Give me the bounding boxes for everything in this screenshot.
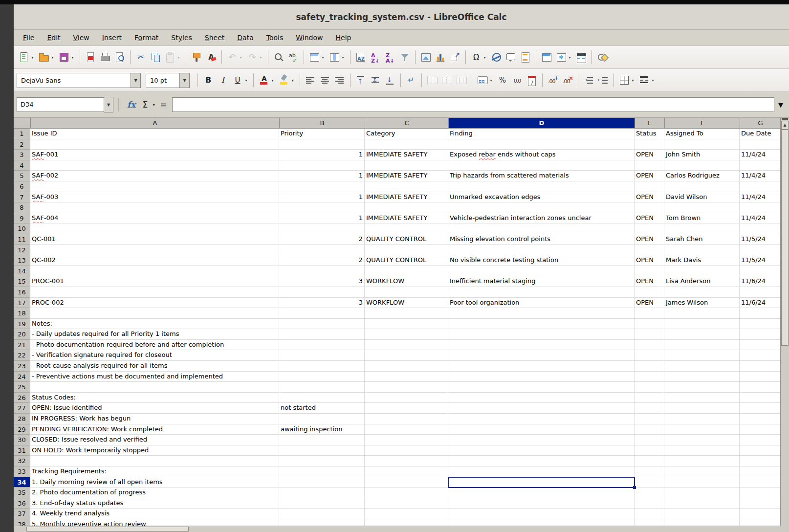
cell-A32[interactable] — [30, 456, 279, 466]
cell-F13[interactable]: Mark Davis — [664, 255, 740, 266]
insert-comment-button[interactable] — [504, 49, 518, 66]
cell-E20[interactable] — [635, 329, 664, 340]
cell-E13[interactable]: OPEN — [635, 255, 664, 266]
cell-E21[interactable] — [635, 340, 664, 351]
cell-E3[interactable]: OPEN — [635, 150, 664, 160]
cell-G6[interactable] — [740, 181, 781, 192]
cell-A37[interactable]: 4. Weekly trend analysis — [30, 509, 279, 519]
cell-C34[interactable] — [365, 477, 448, 488]
cell-B12[interactable] — [279, 245, 365, 256]
vertical-scrollbar[interactable]: ▲ — [780, 118, 789, 532]
cell-G29[interactable] — [740, 424, 781, 435]
cell-E8[interactable] — [635, 202, 664, 213]
cell-A36[interactable]: 3. End-of-day status updates — [30, 498, 279, 509]
cell-A8[interactable] — [30, 202, 279, 213]
add-decimal-place-button[interactable] — [546, 72, 560, 89]
new-document-dropdown[interactable] — [30, 55, 35, 60]
cell-B16[interactable] — [279, 287, 365, 298]
row-header-34[interactable]: 34 — [14, 477, 30, 488]
row-header-20[interactable]: 20 — [14, 329, 30, 340]
formula-input[interactable] — [172, 97, 774, 112]
cell-D35[interactable] — [448, 488, 635, 498]
save-dropdown[interactable] — [70, 55, 75, 60]
clone-formatting-button[interactable] — [189, 49, 204, 66]
cell-A16[interactable] — [30, 287, 279, 298]
copy-button[interactable] — [148, 49, 163, 66]
cell-E22[interactable] — [635, 350, 664, 361]
cell-G31[interactable] — [740, 445, 781, 456]
cell-F5[interactable]: Carlos Rodriguez — [664, 171, 740, 181]
cell-G17[interactable]: 11/6/24 — [740, 298, 781, 309]
cell-A24[interactable]: - Preventive actions must be documented … — [30, 372, 279, 382]
cell-F11[interactable]: Sarah Chen — [664, 234, 740, 245]
cell-F8[interactable] — [664, 202, 740, 213]
cell-G35[interactable] — [740, 488, 781, 498]
cell-E34[interactable] — [635, 477, 664, 488]
column-header-D[interactable]: D — [449, 118, 635, 129]
cell-F17[interactable]: James Wilson — [664, 298, 740, 309]
cell-E32[interactable] — [635, 456, 664, 466]
cell-G24[interactable] — [740, 372, 781, 382]
cell-B25[interactable] — [279, 382, 365, 393]
cell-D10[interactable] — [448, 223, 635, 234]
cell-F32[interactable] — [664, 456, 740, 466]
cell-B26[interactable] — [279, 393, 365, 403]
cell-A15[interactable]: PROC-001 — [30, 276, 279, 287]
split-window-button[interactable] — [574, 49, 589, 66]
cell-C3[interactable]: IMMEDIATE SAFETY — [365, 150, 448, 160]
cell-A19[interactable]: Notes: — [30, 319, 279, 330]
font-color-dropdown[interactable] — [270, 78, 275, 83]
cell-E11[interactable]: OPEN — [635, 234, 664, 245]
cell-G15[interactable]: 11/6/24 — [740, 276, 781, 287]
cell-F30[interactable] — [664, 435, 740, 445]
cell-C16[interactable] — [365, 287, 448, 298]
special-character-dropdown[interactable] — [482, 55, 487, 60]
cell-B2[interactable] — [279, 139, 365, 150]
insert-column-button[interactable] — [327, 49, 347, 66]
cell-B9[interactable]: 1 — [279, 213, 365, 224]
cell-G18[interactable] — [740, 308, 781, 319]
cell-F24[interactable] — [664, 372, 740, 382]
row-header-23[interactable]: 23 — [14, 361, 30, 372]
cell-E19[interactable] — [635, 319, 664, 330]
cell-A25[interactable] — [30, 382, 279, 393]
menu-view[interactable]: View — [67, 30, 96, 45]
cell-F36[interactable] — [664, 498, 740, 509]
sort-descending-button[interactable] — [383, 49, 397, 66]
cell-G25[interactable] — [740, 382, 781, 393]
cell-C2[interactable] — [365, 139, 448, 150]
cell-A30[interactable]: CLOSED: Issue resolved and verified — [30, 435, 279, 445]
cell-B15[interactable]: 3 — [279, 276, 365, 287]
row-header-33[interactable]: 33 — [14, 466, 30, 477]
cell-B21[interactable] — [279, 340, 365, 351]
cell-G5[interactable]: 11/4/24 — [740, 171, 781, 181]
format-as-number-button[interactable] — [510, 72, 525, 89]
cell-B5[interactable]: 1 — [279, 171, 365, 181]
cell-A17[interactable]: PROC-002 — [30, 298, 279, 309]
find-and-replace-button[interactable] — [271, 49, 286, 66]
borders-button[interactable] — [617, 72, 637, 89]
cell-C27[interactable] — [365, 403, 448, 414]
cell-B1[interactable]: Priority — [279, 129, 365, 139]
cell-F25[interactable] — [664, 382, 740, 393]
cell-D2[interactable] — [448, 139, 635, 150]
cell-D13[interactable]: No visible concrete testing station — [448, 255, 635, 266]
cell-E9[interactable]: OPEN — [635, 213, 664, 224]
function-wizard-icon[interactable]: fx — [124, 100, 139, 110]
cell-C15[interactable]: WORKFLOW — [365, 276, 448, 287]
cell-D33[interactable] — [448, 466, 635, 477]
row-header-35[interactable]: 35 — [14, 488, 30, 498]
redo-dropdown[interactable] — [258, 55, 263, 60]
row-header-15[interactable]: 15 — [14, 276, 30, 287]
cell-A20[interactable]: - Daily updates required for all Priorit… — [30, 329, 279, 340]
row-header-19[interactable]: 19 — [14, 319, 30, 330]
cell-C26[interactable] — [365, 393, 448, 403]
cell-G32[interactable] — [740, 456, 781, 466]
cell-C20[interactable] — [365, 329, 448, 340]
cell-C8[interactable] — [365, 202, 448, 213]
cell-G28[interactable] — [740, 414, 781, 424]
row-header-28[interactable]: 28 — [14, 414, 30, 424]
row-header-4[interactable]: 4 — [14, 160, 30, 171]
cell-C18[interactable] — [365, 308, 448, 319]
cell-B11[interactable]: 2 — [279, 234, 365, 245]
